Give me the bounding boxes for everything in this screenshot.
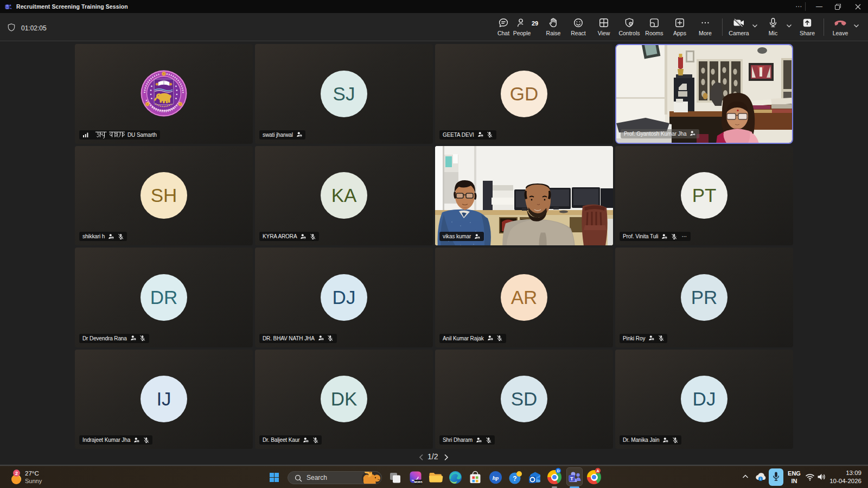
svg-text:hp: hp xyxy=(493,474,499,481)
svg-text:M365: M365 xyxy=(414,480,423,484)
svg-text:?: ? xyxy=(513,474,516,482)
svg-text:T: T xyxy=(570,475,573,481)
